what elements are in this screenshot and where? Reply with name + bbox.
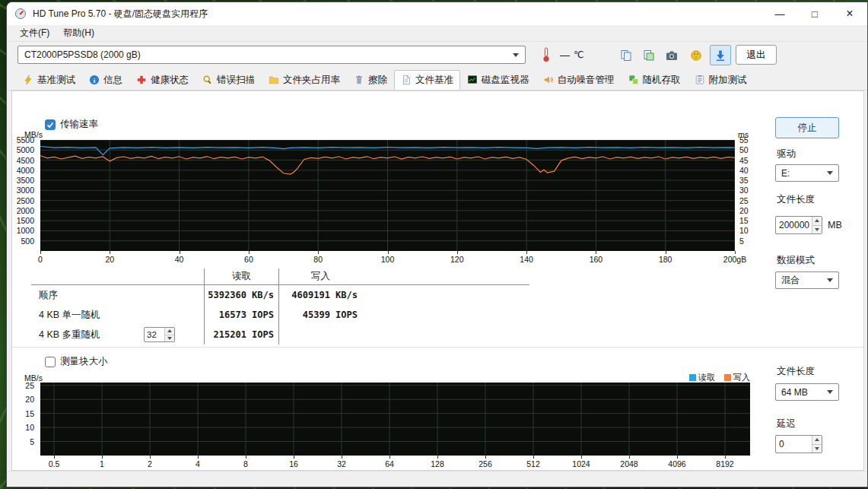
- section-divider: [12, 347, 863, 348]
- copy-image-button[interactable]: [638, 45, 660, 65]
- row-label: 顺序: [31, 285, 204, 305]
- spinner-buttons[interactable]: [812, 436, 822, 452]
- exit-button[interactable]: 退出: [736, 45, 777, 65]
- chevron-down-icon: [827, 171, 833, 175]
- close-button[interactable]: ×: [832, 2, 867, 25]
- title-bar: HD Tune Pro 5.70 - 硬盘/固态硬盘实用程序 — □ ×: [7, 2, 867, 25]
- app-window: HD Tune Pro 5.70 - 硬盘/固态硬盘实用程序 — □ × 文件(…: [6, 2, 868, 487]
- chart1-left-axis: 5500500045004000350030002500200015001000…: [7, 140, 37, 251]
- delay-label: 延迟: [777, 418, 796, 430]
- spinner-buttons[interactable]: [812, 217, 822, 233]
- file-icon: [401, 75, 412, 85]
- temperature-value: —: [560, 49, 570, 61]
- queue-depth-spinner[interactable]: 32: [144, 327, 175, 342]
- data-mode-label: 数据模式: [777, 254, 815, 267]
- speaker-icon: [543, 75, 554, 85]
- chevron-down-icon: [827, 278, 833, 282]
- block-file-length-select[interactable]: 64 MB: [775, 383, 839, 401]
- chart2-x-ticks: [40, 456, 750, 459]
- checkbox-checked-icon: [45, 119, 56, 130]
- clipboard-icon: [695, 75, 705, 85]
- temperature-unit: ℃: [574, 49, 583, 60]
- delay-value: 0: [776, 436, 812, 452]
- tab-erase[interactable]: 擦除: [347, 70, 394, 90]
- write-legend-swatch: [724, 374, 731, 381]
- chart2-x-axis: 0.512481632641282565121024204840968192: [40, 460, 750, 470]
- tab-label: 文件夹占用率: [283, 74, 340, 87]
- delay-input[interactable]: 0: [775, 435, 822, 453]
- drive-combo[interactable]: CT2000P5PSSD8 (2000 gB): [17, 46, 526, 64]
- tab-disk-monitor[interactable]: 磁盘监视器: [460, 70, 536, 90]
- minimize-button[interactable]: —: [762, 2, 797, 25]
- chart1-x-ticks: [40, 251, 735, 254]
- block-size-chart: [40, 383, 750, 456]
- tab-benchmark[interactable]: 基准测试: [16, 70, 82, 90]
- write-value: 4609191 KB/s: [278, 285, 362, 305]
- chart2-left-axis: 252015105: [7, 383, 37, 456]
- screenshot-button[interactable]: [661, 45, 682, 65]
- transfer-rate-label: 传输速率: [60, 118, 98, 131]
- magnifier-icon: [202, 75, 213, 85]
- file-length-unit: MB: [828, 220, 842, 230]
- tab-label: 擦除: [368, 74, 387, 87]
- file-length-value: 200000: [776, 217, 812, 233]
- folder-icon: [269, 75, 279, 85]
- tab-label: 附加测试: [709, 74, 747, 87]
- chart1-right-axis: 555045403530252015105: [738, 140, 756, 251]
- tab-extra-tests[interactable]: 附加测试: [688, 70, 754, 90]
- tab-label: 健康状态: [151, 74, 189, 87]
- tab-info[interactable]: i 信息: [82, 70, 129, 90]
- file-length-spinner[interactable]: 200000: [775, 216, 822, 234]
- tab-label: 自动噪音管理: [558, 74, 615, 87]
- drive-select[interactable]: E:: [775, 164, 839, 182]
- status-bar: [7, 471, 867, 487]
- transfer-rate-checkbox[interactable]: 传输速率: [45, 118, 98, 131]
- drive-label: 驱动: [777, 148, 796, 160]
- data-mode-value: 混合: [781, 274, 800, 287]
- legend-write: 写入: [724, 372, 750, 383]
- table-row: 4 KB 多重随机 32 215201 IOPS: [31, 325, 529, 345]
- chevron-down-icon: [513, 53, 519, 57]
- tab-error-scan[interactable]: 错误扫描: [196, 70, 262, 90]
- save-results-button[interactable]: [710, 45, 731, 65]
- chevron-down-icon: [827, 390, 833, 394]
- maximize-button[interactable]: □: [797, 2, 832, 25]
- checkbox-unchecked-icon: [45, 357, 56, 367]
- monitor-chart-icon: [467, 75, 478, 85]
- menu-file[interactable]: 文件(F): [13, 25, 56, 41]
- spinner-buttons[interactable]: [164, 328, 174, 341]
- legend-read: 读取: [689, 372, 715, 383]
- color-settings-button[interactable]: [685, 45, 707, 65]
- chart1-x-axis: 020406080100120140160180200gB: [40, 256, 735, 265]
- read-value: 215201 IOPS: [204, 325, 278, 345]
- tab-label: 基准测试: [37, 74, 75, 87]
- stop-button[interactable]: 停止: [775, 117, 839, 138]
- file-length-label: 文件长度: [777, 193, 815, 206]
- menu-bar: 文件(F) 帮助(H): [7, 25, 867, 42]
- info-icon: i: [89, 75, 100, 85]
- block-file-length-label: 文件长度: [777, 365, 815, 378]
- col-header-write: 写入: [278, 268, 362, 284]
- tab-folder-usage[interactable]: 文件夹占用率: [262, 70, 347, 90]
- block-file-length-value: 64 MB: [781, 387, 808, 398]
- row-label: 4 KB 多重随机: [39, 329, 100, 341]
- menu-help[interactable]: 帮助(H): [56, 25, 101, 41]
- tab-random-access[interactable]: 随机存取: [622, 70, 688, 90]
- tab-file-benchmark[interactable]: 文件基准: [394, 70, 460, 90]
- tab-bar: 基准测试 i 信息 健康状态 错误扫描 文件夹占用率 擦除 文件基准 磁盘监视器: [7, 69, 867, 90]
- health-cross-icon: [136, 75, 147, 85]
- dice-icon: [628, 75, 639, 85]
- window-title: HD Tune Pro 5.70 - 硬盘/固态硬盘实用程序: [33, 8, 208, 21]
- transfer-rate-chart: [40, 140, 735, 251]
- tab-label: 文件基准: [415, 74, 453, 87]
- tab-aam[interactable]: 自动噪音管理: [536, 70, 622, 90]
- read-legend-swatch: [689, 374, 696, 381]
- drive-combo-value: CT2000P5PSSD8 (2000 gB): [24, 49, 141, 60]
- block-size-checkbox[interactable]: 测量块大小: [45, 355, 108, 368]
- table-row: 4 KB 单一随机 16573 IOPS 45399 IOPS: [31, 305, 529, 325]
- tab-health[interactable]: 健康状态: [129, 70, 196, 90]
- data-mode-select[interactable]: 混合: [775, 271, 839, 289]
- copy-text-button[interactable]: [615, 45, 637, 65]
- thermometer-icon: [541, 46, 552, 65]
- toolbar: CT2000P5PSSD8 (2000 gB) — ℃ 退出: [7, 42, 867, 69]
